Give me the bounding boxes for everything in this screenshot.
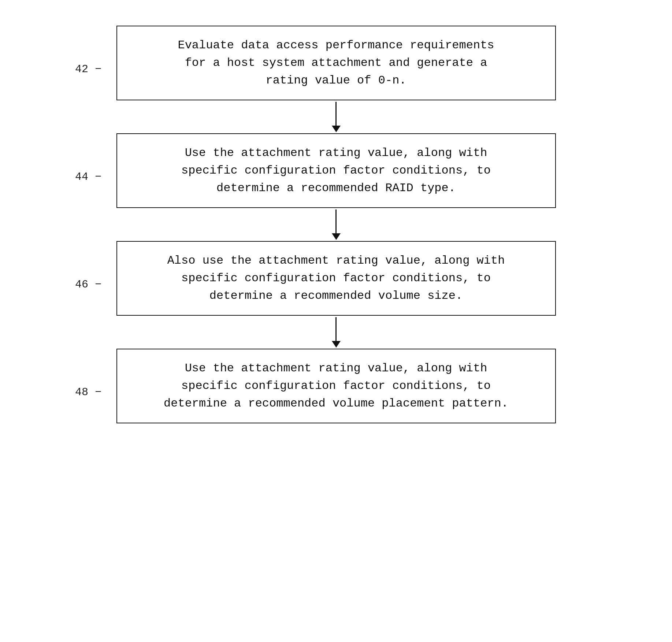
step-44-box: Use the attachment rating value, along w…	[116, 133, 556, 208]
step-48-wrapper: 48 − Use the attachment rating value, al…	[0, 349, 672, 423]
arrow-head-3	[332, 341, 341, 348]
arrow-shape-1	[332, 102, 341, 132]
arrow-shape-2	[332, 209, 341, 240]
arrow-head-2	[332, 233, 341, 240]
step-42-label: 42 −	[75, 63, 101, 75]
arrow-shape-3	[332, 317, 341, 348]
step-42-wrapper: 42 − Evaluate data access performance re…	[0, 26, 672, 100]
step-42-text: Evaluate data access performance require…	[178, 38, 494, 87]
step-48-box: Use the attachment rating value, along w…	[116, 349, 556, 423]
step-46-box: Also use the attachment rating value, al…	[116, 241, 556, 316]
flowchart-container: 42 − Evaluate data access performance re…	[0, 0, 672, 642]
step-46-label: 46 −	[75, 278, 101, 291]
step-46-text: Also use the attachment rating value, al…	[167, 254, 505, 303]
step-48-text: Use the attachment rating value, along w…	[164, 361, 508, 410]
step-44-text: Use the attachment rating value, along w…	[181, 146, 491, 195]
arrow-line-3	[335, 317, 337, 341]
step-44-wrapper: 44 − Use the attachment rating value, al…	[0, 133, 672, 208]
arrow-2	[0, 208, 672, 241]
step-46-wrapper: 46 − Also use the attachment rating valu…	[0, 241, 672, 316]
arrow-1	[0, 100, 672, 133]
step-48-label: 48 −	[75, 386, 101, 398]
step-44-label: 44 −	[75, 171, 101, 183]
arrow-3	[0, 316, 672, 349]
step-42-box: Evaluate data access performance require…	[116, 26, 556, 100]
arrow-head-1	[332, 126, 341, 132]
arrow-line-1	[335, 102, 337, 126]
arrow-line-2	[335, 209, 337, 233]
